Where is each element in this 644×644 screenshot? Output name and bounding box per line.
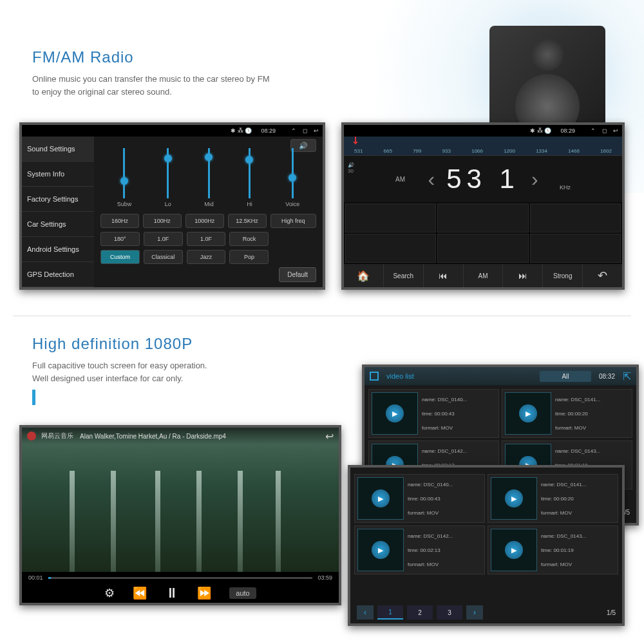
mute-button[interactable]: 🔊 bbox=[290, 139, 316, 152]
frequency-marker[interactable] bbox=[355, 137, 356, 144]
filter-all-button[interactable]: All bbox=[540, 371, 591, 382]
eq-slider-voice[interactable] bbox=[292, 148, 294, 198]
preset-slot[interactable] bbox=[530, 204, 621, 232]
forward-button[interactable]: ⏩ bbox=[197, 586, 211, 600]
status-time: 08:29 bbox=[560, 128, 575, 134]
nav-up-icon[interactable]: ⌃ bbox=[291, 128, 296, 134]
vlist-header: video list All 08:32 ⇱ bbox=[365, 367, 636, 385]
preset-custom-button[interactable]: Custom bbox=[100, 250, 140, 264]
sidebar-car-settings[interactable]: Car Settings bbox=[22, 212, 94, 237]
exit-button[interactable]: ⇱ bbox=[623, 370, 631, 383]
play-icon[interactable]: ▶ bbox=[519, 404, 537, 422]
default-button[interactable]: Default bbox=[279, 267, 316, 282]
sound-settings-panel: ✱ ⁂ 🕓 08:29 ⌃ ◻ ↩ Sound Settings System … bbox=[19, 122, 325, 290]
equalizer-icon[interactable]: ⚙ bbox=[104, 586, 115, 600]
preset-jazz-button[interactable]: Jazz bbox=[187, 250, 226, 264]
eq-sliders: Subw Lo Mid Hi Voice bbox=[100, 142, 316, 210]
video-item[interactable]: ▶ name: DSC_0140...time: 00:00:43formart… bbox=[368, 389, 499, 438]
section1-desc: Online music you can transfer the music … bbox=[32, 73, 277, 98]
section1-title: FM/AM Radio bbox=[32, 48, 277, 66]
preset-slot[interactable] bbox=[437, 204, 528, 232]
video-item[interactable]: ▶ name: DSC_0143...time: 00:01:19formart… bbox=[488, 526, 618, 574]
app-logo-icon bbox=[27, 431, 36, 440]
status-bar: ✱ ⁂ 🕓 08:29 ⌃ ◻ ↩ bbox=[344, 125, 622, 137]
eq-slider-mid[interactable] bbox=[208, 148, 210, 198]
bluetooth-icon: ✱ ⁂ 🕓 bbox=[231, 128, 252, 134]
pause-button[interactable]: ⏸ bbox=[165, 585, 179, 601]
pager-next[interactable]: › bbox=[466, 605, 483, 620]
nav-square-icon[interactable]: ◻ bbox=[602, 128, 607, 134]
play-icon[interactable]: ▶ bbox=[505, 489, 523, 507]
section2-desc1: Full capacitive touch screen for easy op… bbox=[32, 359, 207, 372]
eq-slider-subw[interactable] bbox=[123, 148, 125, 198]
pager-page-3[interactable]: 3 bbox=[437, 605, 462, 620]
freq-1000hz-button[interactable]: 1000Hz bbox=[185, 214, 224, 228]
frequency-value: 53 1 bbox=[446, 164, 520, 194]
video-controls: 00:01 03:59 ⚙ ⏪ ⏸ ⏩ auto bbox=[22, 572, 339, 603]
play-icon[interactable]: ▶ bbox=[386, 404, 404, 422]
sidebar-android-settings[interactable]: Android Settings bbox=[22, 237, 94, 262]
play-icon[interactable]: ▶ bbox=[505, 541, 523, 559]
back-button[interactable]: ↶ bbox=[583, 264, 622, 287]
progress-bar[interactable] bbox=[48, 577, 313, 579]
eq-slider-hi[interactable] bbox=[249, 148, 251, 198]
pager-page-2[interactable]: 2 bbox=[407, 605, 433, 620]
total-time: 03:59 bbox=[317, 574, 332, 581]
tune-up-button[interactable]: › bbox=[531, 167, 538, 191]
search-button[interactable]: Search bbox=[384, 264, 424, 287]
preset-slot[interactable] bbox=[345, 204, 436, 232]
rewind-button[interactable]: ⏪ bbox=[133, 586, 147, 600]
preset-rock-button[interactable]: Rock bbox=[229, 232, 269, 246]
video-item[interactable]: ▶ name: DSC_0141...time: 00:00:20formart… bbox=[502, 389, 632, 438]
nav-square-icon[interactable]: ◻ bbox=[303, 128, 307, 134]
auto-button[interactable]: auto bbox=[229, 587, 256, 599]
band-button[interactable]: AM bbox=[464, 264, 504, 287]
strong-button[interactable]: Strong bbox=[543, 264, 583, 287]
preset-slot[interactable] bbox=[345, 234, 436, 263]
video-list-panel: ▶ name: DSC_0140...time: 00:00:43formart… bbox=[348, 465, 625, 626]
unit-label: KHz bbox=[560, 184, 571, 191]
frequency-scale[interactable]: 531 665 799 933 1066 1200 1334 1468 1602 bbox=[344, 137, 622, 156]
eq-slider-lo[interactable] bbox=[167, 148, 169, 198]
section2-desc2: Well designed user interface for car onl… bbox=[32, 372, 207, 385]
radio-controls: 🏠 Search ⏮ AM ⏭ Strong ↶ bbox=[344, 264, 622, 287]
home-button[interactable]: 🏠 bbox=[344, 264, 384, 287]
sidebar-gps-detection[interactable]: GPS Detection bbox=[22, 262, 94, 287]
next-button[interactable]: ⏭ bbox=[503, 264, 543, 287]
preset-slot[interactable] bbox=[437, 234, 528, 263]
volume-icon[interactable]: 🔊 bbox=[348, 162, 354, 168]
play-icon[interactable]: ▶ bbox=[372, 541, 390, 559]
sidebar-system-info[interactable]: System Info bbox=[22, 162, 94, 187]
freq-160hz-button[interactable]: 160Hz bbox=[100, 214, 139, 228]
video-scene[interactable] bbox=[22, 428, 339, 572]
sidebar-factory-settings[interactable]: Factory Settings bbox=[22, 187, 94, 212]
video-player-panel: 网易云音乐 Alan Walker,Tomine Harket,Au / Ra … bbox=[19, 425, 341, 605]
phase-180-button[interactable]: 180° bbox=[100, 232, 140, 246]
video-item[interactable]: ▶ name: DSC_0141...time: 00:00:20formart… bbox=[488, 474, 618, 523]
play-icon[interactable]: ▶ bbox=[372, 489, 390, 507]
tune-down-button[interactable]: ‹ bbox=[428, 167, 435, 191]
video-back-button[interactable]: ↩ bbox=[325, 430, 334, 442]
preset-pop-button[interactable]: Pop bbox=[229, 250, 269, 264]
sidebar-sound-settings[interactable]: Sound Settings bbox=[22, 137, 94, 162]
prev-button[interactable]: ⏮ bbox=[424, 264, 464, 287]
video-item[interactable]: ▶ name: DSC_0140...time: 00:00:43formart… bbox=[354, 474, 485, 523]
section2-title: High definition 1080P bbox=[32, 335, 207, 353]
section-divider bbox=[13, 316, 631, 316]
pager-prev[interactable]: ‹ bbox=[357, 605, 374, 620]
gain-1.0f-button-1[interactable]: 1.0F bbox=[144, 232, 183, 246]
gain-1.0f-button-2[interactable]: 1.0F bbox=[187, 232, 226, 246]
nav-back-icon[interactable]: ↩ bbox=[613, 128, 618, 134]
pager-page-1[interactable]: 1 bbox=[377, 605, 403, 620]
freq-12.5khz-button[interactable]: 12.5KHz bbox=[228, 214, 267, 228]
freq-100hz-button[interactable]: 100Hz bbox=[143, 214, 182, 228]
video-item[interactable]: ▶ name: DSC_0142...time: 00:02:13formart… bbox=[354, 526, 485, 574]
nav-up-icon[interactable]: ⌃ bbox=[591, 128, 596, 134]
radio-panel: ✱ ⁂ 🕓 08:29 ⌃ ◻ ↩ 531 665 799 933 1066 1… bbox=[341, 122, 625, 290]
list-icon[interactable] bbox=[370, 372, 379, 381]
preset-classical-button[interactable]: Classical bbox=[144, 250, 183, 264]
preset-slot[interactable] bbox=[530, 234, 621, 263]
current-time: 00:01 bbox=[28, 574, 43, 581]
nav-back-icon[interactable]: ↩ bbox=[314, 128, 319, 134]
high-freq-button[interactable]: High freq bbox=[270, 214, 316, 228]
